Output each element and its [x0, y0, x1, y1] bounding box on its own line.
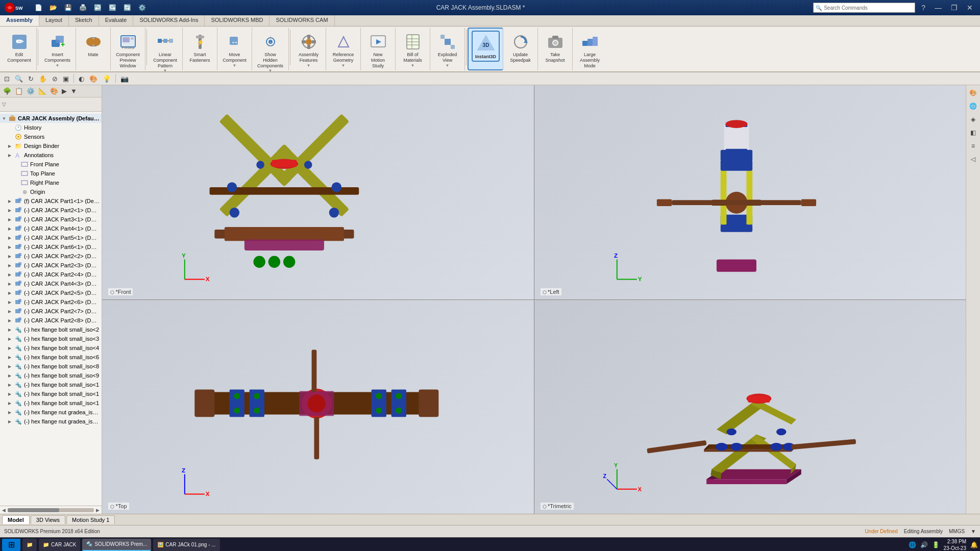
- feature-tree-icon[interactable]: 🌳: [2, 86, 12, 96]
- tree-item-part4-1[interactable]: ▶ (-) CAR JACK Part4<1> (Defaul: [0, 224, 102, 233]
- tab-addins[interactable]: SOLIDWORKS Add-Ins: [133, 15, 205, 26]
- tab-evaluate[interactable]: Evaluate: [99, 15, 134, 26]
- right-panel-btn2[interactable]: 🌐: [968, 101, 979, 112]
- right-panel-btn5[interactable]: ≡: [968, 140, 979, 152]
- tree-item-front-plane[interactable]: Front Plane: [0, 160, 102, 169]
- volume-icon[interactable]: 🔊: [920, 541, 928, 548]
- tree-item-bolt3[interactable]: ▶ 🔩 (-) hex flange bolt small_iso<3: [0, 334, 102, 343]
- undo-btn[interactable]: ↩️: [92, 3, 104, 12]
- tree-item-part5[interactable]: ▶ (-) CAR JACK Part5<1> (Defaul: [0, 233, 102, 242]
- take-snapshot-btn[interactable]: TakeSnapshot: [541, 30, 569, 64]
- tree-item-bolt10[interactable]: ▶ 🔩 (-) hex flange bolt small_iso<1: [0, 380, 102, 389]
- help-btn[interactable]: ?: [918, 3, 928, 13]
- appearance-btn[interactable]: 🎨: [87, 74, 100, 84]
- tree-item-part2-4[interactable]: ▶ (-) CAR JACK Part2<4> (Defaul: [0, 270, 102, 279]
- top-view-panel[interactable]: X Z *Top: [102, 300, 534, 514]
- right-panel-btn4[interactable]: ◧: [968, 127, 979, 138]
- tree-item-annotations[interactable]: ▶ A Annotations: [0, 151, 102, 160]
- search-bar[interactable]: 🔍 Search Commands: [813, 3, 915, 13]
- tree-item-bolt12[interactable]: ▶ 🔩 (-) hex flange bolt small_iso<1: [0, 398, 102, 408]
- filter-icon[interactable]: ▼: [69, 86, 78, 96]
- new-motion-study-btn[interactable]: NewMotionStudy: [364, 30, 392, 69]
- rebuild-btn[interactable]: 🔄: [121, 3, 133, 12]
- minimize-btn[interactable]: —: [932, 3, 945, 13]
- update-speedpak-btn[interactable]: UpdateSpeedpak: [506, 30, 534, 64]
- tree-item-part2-3[interactable]: ▶ (-) CAR JACK Part2<3> (Defaul: [0, 261, 102, 270]
- tree-item-part2-5[interactable]: ▶ (-) CAR JACK Part2<5> (Defaul: [0, 288, 102, 297]
- tree-item-nut2[interactable]: ▶ 🔩 (-) hex flange nut gradea_iso<.: [0, 417, 102, 426]
- left-view-panel[interactable]: Y Z *Left: [534, 85, 966, 299]
- tree-item-bolt8[interactable]: ▶ 🔩 (-) hex flange bolt small_iso<8: [0, 362, 102, 371]
- right-panel-btn6[interactable]: ◁: [968, 154, 979, 165]
- tab-sketch[interactable]: Sketch: [69, 15, 99, 26]
- tree-item-part1[interactable]: ▶ (f) CAR JACK Part1<1> (Defaul: [0, 196, 102, 206]
- tab-cam[interactable]: SOLIDWORKS CAM: [270, 15, 334, 26]
- property-manager-icon[interactable]: 📋: [14, 86, 24, 96]
- tree-item-sensors[interactable]: Sensors: [0, 132, 102, 141]
- close-btn[interactable]: ✕: [964, 3, 976, 13]
- open-btn[interactable]: 📂: [47, 3, 59, 12]
- viewport-area[interactable]: X Y *Front: [102, 85, 966, 514]
- configuration-manager-icon[interactable]: ⚙️: [26, 86, 36, 96]
- move-component-btn[interactable]: ↔ MoveComponent: [220, 30, 249, 64]
- display-mode-btn[interactable]: ▣: [61, 74, 71, 84]
- options-btn[interactable]: ⚙️: [136, 3, 148, 12]
- zoom-in-btn[interactable]: 🔍: [13, 74, 25, 84]
- tree-item-part2-1[interactable]: ▶ (-) CAR JACK Part2<1> (Defaul: [0, 206, 102, 215]
- insert-components-btn[interactable]: + InsertComponents: [42, 30, 72, 64]
- tree-item-bolt4[interactable]: ▶ 🔩 (-) hex flange bolt small_iso<4: [0, 343, 102, 353]
- battery-icon[interactable]: 🔋: [932, 541, 940, 548]
- reference-geometry-btn[interactable]: ReferenceGeometry: [329, 30, 357, 64]
- tree-item-part2-8[interactable]: ▶ (-) CAR JACK Part2<8> (Defaul: [0, 316, 102, 325]
- tree-item-bolt9[interactable]: ▶ 🔩 (-) hex flange bolt small_iso<9: [0, 371, 102, 380]
- trimetric-view-panel[interactable]: X Y Z *Trimetric: [534, 300, 966, 514]
- tab-model[interactable]: Model: [2, 515, 30, 524]
- tree-item-right-plane[interactable]: Right Plane: [0, 178, 102, 187]
- scroll-left-btn[interactable]: ◀: [2, 508, 6, 513]
- save-btn[interactable]: 💾: [62, 3, 74, 12]
- tab-assembly[interactable]: Assembly: [0, 15, 39, 26]
- lighting-btn[interactable]: 💡: [101, 74, 113, 84]
- network-icon[interactable]: 🌐: [909, 541, 916, 548]
- exploded-view-btn[interactable]: ExplodedView: [433, 30, 461, 64]
- new-btn[interactable]: 📄: [33, 3, 44, 12]
- cameras-btn[interactable]: 📷: [118, 74, 131, 84]
- notifications-icon[interactable]: 🔔: [970, 541, 978, 548]
- smart-fasteners-btn[interactable]: ⚡ SmartFasteners: [186, 30, 214, 64]
- tab-3d-views[interactable]: 3D Views: [31, 515, 65, 524]
- tab-mbd[interactable]: SOLIDWORKS MBD: [205, 15, 270, 26]
- tree-item-part3[interactable]: ▶ (-) CAR JACK Part3<1> (Defaul: [0, 215, 102, 224]
- tree-item-nut1[interactable]: ▶ 🔩 (-) hex flange nut gradea_iso<.: [0, 408, 102, 417]
- tab-motion-study-1[interactable]: Motion Study 1: [66, 515, 115, 524]
- mate-btn[interactable]: Mate: [79, 30, 107, 59]
- tree-item-part2-2[interactable]: ▶ (-) CAR JACK Part2<2> (Defaul: [0, 252, 102, 261]
- tree-item-origin[interactable]: ⊕ Origin: [0, 187, 102, 196]
- tree-item-part4-3[interactable]: ▶ (-) CAR JACK Part4<3> (Defaul: [0, 279, 102, 288]
- display-manager-icon[interactable]: 🎨: [49, 86, 59, 96]
- right-panel-btn1[interactable]: 🎨: [968, 87, 979, 98]
- pan-btn[interactable]: ✋: [37, 74, 49, 84]
- tree-item-design-binder[interactable]: ▶ 📁 Design Binder: [0, 141, 102, 151]
- right-panel-btn3[interactable]: ◈: [968, 114, 979, 125]
- component-preview-btn[interactable]: Preview ComponentPreviewWindow: [114, 30, 142, 69]
- tree-item-bolt6[interactable]: ▶ 🔩 (-) hex flange bolt small_iso<6: [0, 353, 102, 362]
- redo-btn[interactable]: ↪️: [107, 3, 118, 12]
- rotate-btn[interactable]: ↻: [26, 74, 36, 84]
- taskbar-solidworks[interactable]: 🔩 SOLIDWORKS Prem...: [82, 539, 151, 551]
- start-button[interactable]: ⊞: [2, 539, 20, 551]
- more-icon[interactable]: ▶: [61, 86, 68, 96]
- tree-root-assembly[interactable]: ▼ CAR JACK Assembly (Default<Disp: [0, 114, 102, 123]
- scroll-right-btn[interactable]: ▶: [96, 508, 100, 513]
- dim-expert-icon[interactable]: 📐: [37, 86, 47, 96]
- tree-item-part6[interactable]: ▶ (-) CAR JACK Part6<1> (Defaul: [0, 242, 102, 252]
- print-btn[interactable]: 🖨️: [77, 3, 89, 12]
- bill-of-materials-btn[interactable]: Bill ofMaterials: [399, 30, 427, 64]
- restore-btn[interactable]: ❐: [948, 3, 961, 13]
- edit-component-btn[interactable]: ✏ EditComponent: [5, 30, 33, 64]
- taskbar-file-explorer[interactable]: 📁: [22, 539, 37, 551]
- tree-item-top-plane[interactable]: Top Plane: [0, 169, 102, 178]
- hide-show-btn[interactable]: ◐: [77, 74, 86, 84]
- taskbar-car-jack-folder[interactable]: 📁 CAR JACK: [39, 539, 80, 551]
- zoom-to-fit-btn[interactable]: ⊡: [2, 74, 12, 84]
- tab-layout[interactable]: Layout: [39, 15, 69, 26]
